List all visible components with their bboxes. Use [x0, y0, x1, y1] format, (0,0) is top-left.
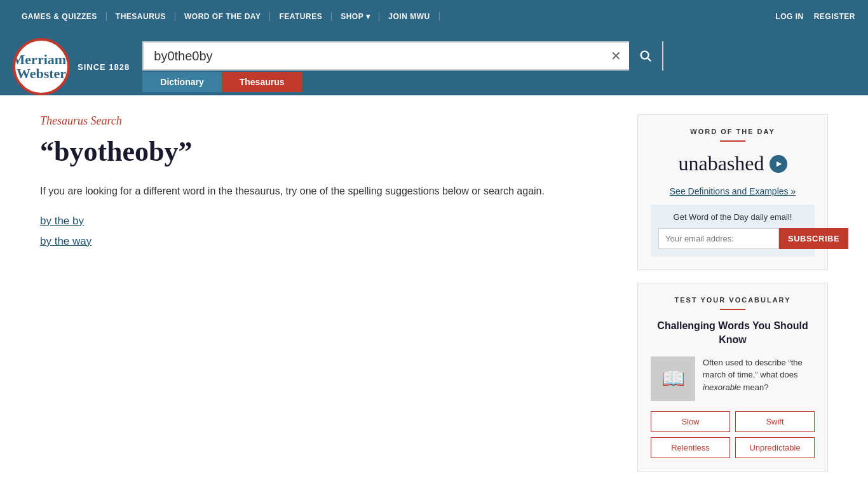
logo[interactable]: Merriam- Webster — [13, 38, 70, 95]
svg-line-1 — [648, 58, 651, 61]
main-content: Thesaurus Search “byotheoby” If you are … — [40, 114, 618, 471]
vocab-image-icon: 📖 — [661, 367, 685, 390]
vocab-word-italic: inexorable — [703, 383, 741, 392]
register-link[interactable]: REGISTER — [814, 12, 855, 21]
quiz-option-unpredictable[interactable]: Unpredictable — [735, 437, 815, 458]
main-layout: Thesaurus Search “byotheoby” If you are … — [27, 95, 841, 488]
vocab-title: Challenging Words You Should Know — [651, 319, 815, 348]
search-area: ✕ Dictionary Thesaurus — [142, 41, 855, 92]
since-label: SINCE 1828 — [78, 62, 130, 72]
wotd-card: WORD OF THE DAY unabashed See Definition… — [637, 114, 828, 270]
search-icon — [639, 49, 653, 63]
subscribe-button[interactable]: SUBSCRIBE — [779, 228, 848, 249]
page-subtitle: Thesaurus Search — [40, 114, 618, 128]
searched-term: “byotheoby” — [40, 135, 618, 168]
search-clear-button[interactable]: ✕ — [603, 48, 629, 64]
vocab-divider — [720, 309, 745, 310]
quiz-option-slow[interactable]: Slow — [651, 411, 730, 432]
suggestion-text: If you are looking for a different word … — [40, 183, 618, 200]
suggestion-link-1[interactable]: by the way — [40, 235, 618, 248]
svg-point-0 — [641, 51, 649, 59]
vocab-card: TEST YOUR VOCABULARY Challenging Words Y… — [637, 283, 828, 471]
login-link[interactable]: LOG IN — [775, 12, 803, 21]
wotd-email-section: Get Word of the Day daily email! SUBSCRI… — [651, 205, 815, 257]
quiz-options: Slow Swift Relentless Unpredictable — [651, 411, 815, 458]
logo-container: Merriam- Webster SINCE 1828 — [13, 38, 130, 95]
nav-games-quizzes[interactable]: GAMES & QUIZZES — [13, 12, 107, 21]
vocab-content: 📖 Often used to describe “the march of t… — [651, 356, 815, 406]
vocab-image: 📖 — [651, 356, 695, 401]
search-tabs: Dictionary Thesaurus — [142, 72, 663, 92]
top-nav-auth: LOG IN REGISTER — [775, 12, 855, 21]
wotd-section-label: WORD OF THE DAY — [651, 128, 815, 135]
sidebar: WORD OF THE DAY unabashed See Definition… — [637, 114, 828, 471]
vocab-section-label: TEST YOUR VOCABULARY — [651, 296, 815, 304]
search-input[interactable] — [144, 49, 603, 64]
wotd-see-definitions[interactable]: See Definitions and Examples » — [670, 186, 796, 196]
quiz-option-relentless[interactable]: Relentless — [651, 437, 730, 458]
tab-dictionary[interactable]: Dictionary — [142, 72, 221, 92]
email-input[interactable] — [658, 228, 779, 249]
quiz-option-swift[interactable]: Swift — [735, 411, 815, 432]
tab-thesaurus[interactable]: Thesaurus — [222, 72, 302, 92]
wotd-word-text: unabashed — [678, 152, 764, 175]
search-bar: ✕ — [142, 41, 663, 71]
vocab-description: Often used to describe “the march of tim… — [703, 356, 815, 394]
wotd-divider — [720, 140, 745, 142]
vocab-desc-before: Often used to describe “the march of tim… — [703, 358, 803, 380]
nav-features[interactable]: FEATURES — [270, 12, 332, 21]
nav-thesaurus[interactable]: THESAURUS — [107, 12, 175, 21]
top-nav: GAMES & QUIZZES THESAURUS WORD OF THE DA… — [0, 0, 868, 33]
vocab-desc-after: mean? — [741, 383, 768, 392]
wotd-email-text: Get Word of the Day daily email! — [658, 212, 807, 222]
audio-play-button[interactable] — [770, 155, 787, 173]
top-nav-links: GAMES & QUIZZES THESAURUS WORD OF THE DA… — [13, 12, 440, 21]
nav-shop[interactable]: SHOP ▾ — [332, 12, 379, 21]
wotd-word-container: unabashed — [651, 152, 815, 175]
email-row: SUBSCRIBE — [658, 228, 807, 249]
search-submit-button[interactable] — [629, 41, 662, 71]
site-header: Merriam- Webster SINCE 1828 ✕ Dictionary… — [0, 33, 868, 95]
nav-wotd[interactable]: WORD OF THE DAY — [175, 12, 270, 21]
nav-join[interactable]: JOIN MWU — [379, 12, 439, 21]
suggestion-link-0[interactable]: by the by — [40, 215, 618, 227]
